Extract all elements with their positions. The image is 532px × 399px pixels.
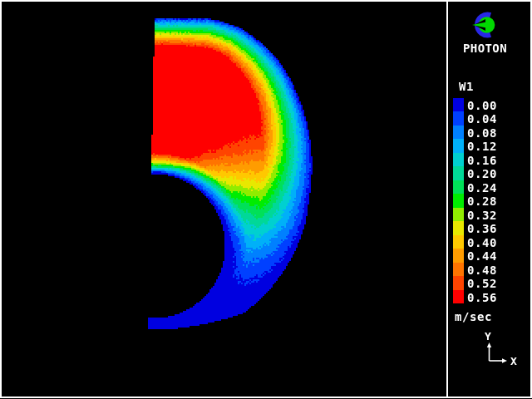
legend-value: 0.04 (467, 112, 497, 126)
legend-swatch (453, 98, 464, 111)
legend-swatch (453, 153, 464, 166)
legend-swatch (453, 221, 464, 235)
legend-swatch (453, 166, 464, 180)
legend-value: 0.00 (467, 99, 497, 112)
window-border (0, 0, 532, 398)
legend-value: 0.36 (467, 222, 497, 235)
legend-value: 0.32 (467, 209, 497, 222)
legend-swatch (453, 208, 464, 221)
axis-orientation-icon: Y X (478, 327, 530, 373)
legend-variable-label: W1 (459, 80, 474, 93)
legend-swatch (453, 180, 464, 194)
legend-swatch (453, 276, 464, 290)
legend-value: 0.40 (467, 236, 497, 249)
legend-swatch (453, 249, 464, 263)
photon-window: PHOTON W1 0.000.040.080.120.160.200.240.… (0, 0, 532, 399)
app-title: PHOTON (463, 42, 507, 55)
legend-unit-label: m/sec (455, 310, 492, 323)
legend-value: 0.28 (467, 195, 497, 208)
legend-swatch (453, 235, 464, 249)
legend-value: 0.56 (467, 291, 497, 304)
legend-value: 0.48 (467, 264, 497, 277)
x-axis-label: X (510, 355, 517, 367)
legend-value: 0.16 (467, 154, 497, 167)
legend-swatch (453, 194, 464, 208)
legend-value: 0.20 (467, 167, 497, 180)
legend-swatch (453, 263, 464, 276)
legend-value: 0.12 (467, 140, 497, 153)
legend-value: 0.44 (467, 249, 497, 263)
legend-panel-divider (446, 2, 448, 397)
y-axis-label: Y (485, 330, 491, 342)
legend-swatch (453, 126, 464, 139)
legend-value: 0.08 (467, 126, 497, 140)
legend-swatch (453, 111, 464, 126)
legend-swatch (453, 290, 464, 303)
legend-value: 0.24 (467, 181, 497, 195)
photon-logo-icon (469, 10, 499, 40)
legend-swatch (453, 139, 464, 153)
legend-value: 0.52 (467, 277, 497, 290)
